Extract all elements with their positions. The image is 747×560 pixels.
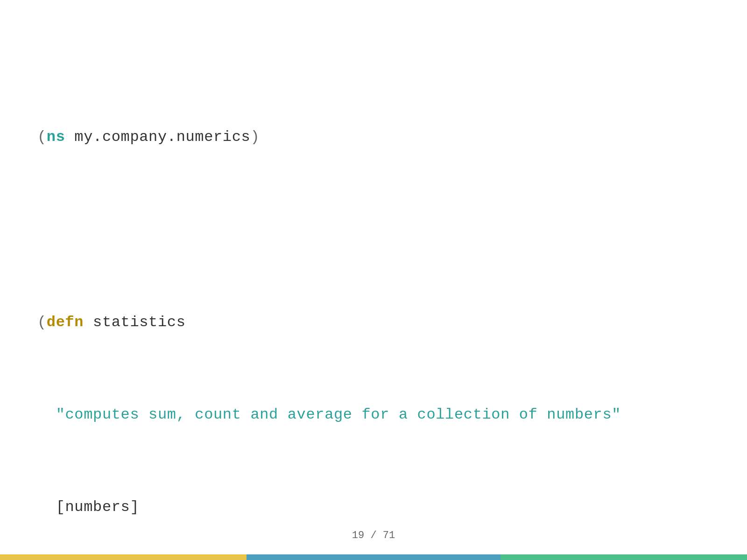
bottom-bar — [0, 554, 747, 560]
docstring: "computes sum, count and average for a c… — [37, 406, 621, 423]
bar-segment-blue — [247, 554, 500, 560]
bar-segment-green — [500, 554, 747, 560]
paren-close: ) — [250, 128, 260, 146]
code-line-1: (ns my.company.numerics) — [37, 126, 710, 149]
slide-content: (ns my.company.numerics) (defn statistic… — [0, 0, 747, 560]
code-line-blank-1 — [37, 218, 710, 241]
code-line-3: (defn statistics — [37, 311, 710, 334]
keyword-defn: defn — [47, 314, 84, 331]
page-number: 19 / 71 — [352, 530, 395, 541]
paren: ( — [37, 128, 47, 146]
bar-segment-yellow — [0, 554, 247, 560]
keyword-ns: ns — [47, 128, 65, 146]
fn-name: statistics — [84, 314, 185, 331]
ns-name: my.company.numerics — [65, 128, 251, 146]
code-line-5: [numbers] — [37, 496, 710, 519]
params: [numbers] — [37, 498, 139, 516]
paren: ( — [37, 314, 47, 331]
code-line-4: "computes sum, count and average for a c… — [37, 403, 710, 427]
code-block: (ns my.company.numerics) (defn statistic… — [37, 56, 710, 560]
